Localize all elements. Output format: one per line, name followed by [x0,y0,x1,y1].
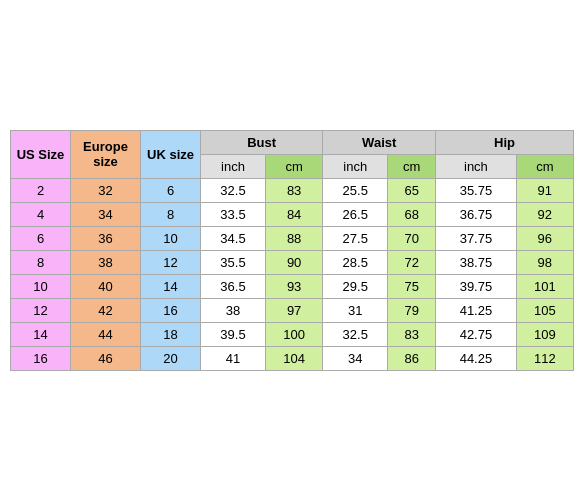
table-cell: 104 [266,346,323,370]
table-cell: 41 [201,346,266,370]
table-cell: 101 [516,274,573,298]
table-cell: 38 [201,298,266,322]
table-cell: 34.5 [201,226,266,250]
table-row: 16462041104348644.25112 [11,346,574,370]
header-bust: Bust [201,130,323,154]
table-cell: 6 [11,226,71,250]
table-cell: 31 [323,298,388,322]
table-cell: 35.75 [436,178,517,202]
table-cell: 86 [388,346,436,370]
table-cell: 10 [11,274,71,298]
table-cell: 70 [388,226,436,250]
table-cell: 68 [388,202,436,226]
table-cell: 27.5 [323,226,388,250]
table-cell: 72 [388,250,436,274]
table-cell: 36.75 [436,202,517,226]
table-cell: 98 [516,250,573,274]
table-row: 1242163897317941.25105 [11,298,574,322]
table-cell: 83 [266,178,323,202]
table-cell: 88 [266,226,323,250]
hip-inch-header: inch [436,154,517,178]
table-cell: 39.5 [201,322,266,346]
table-cell: 14 [11,322,71,346]
table-cell: 65 [388,178,436,202]
table-cell: 14 [141,274,201,298]
table-cell: 12 [141,250,201,274]
table-cell: 84 [266,202,323,226]
table-row: 6361034.58827.57037.7596 [11,226,574,250]
table-cell: 16 [11,346,71,370]
table-cell: 105 [516,298,573,322]
table-cell: 6 [141,178,201,202]
bust-inch-header: inch [201,154,266,178]
table-cell: 16 [141,298,201,322]
header-us: US Size [11,130,71,178]
table-cell: 36.5 [201,274,266,298]
table-row: 8381235.59028.57238.7598 [11,250,574,274]
size-chart: US Size Europe size UK size Bust Waist H… [10,130,574,371]
table-row: 14441839.510032.58342.75109 [11,322,574,346]
table-row: 232632.58325.56535.7591 [11,178,574,202]
table-cell: 8 [141,202,201,226]
waist-inch-header: inch [323,154,388,178]
table-row: 10401436.59329.57539.75101 [11,274,574,298]
table-cell: 29.5 [323,274,388,298]
table-cell: 91 [516,178,573,202]
table-cell: 25.5 [323,178,388,202]
header-hip: Hip [436,130,574,154]
table-cell: 39.75 [436,274,517,298]
table-cell: 10 [141,226,201,250]
table-cell: 34 [71,202,141,226]
table-cell: 46 [71,346,141,370]
table-cell: 97 [266,298,323,322]
table-cell: 42.75 [436,322,517,346]
table-cell: 41.25 [436,298,517,322]
table-cell: 40 [71,274,141,298]
table-cell: 93 [266,274,323,298]
waist-cm-header: cm [388,154,436,178]
table-cell: 90 [266,250,323,274]
table-cell: 96 [516,226,573,250]
table-cell: 44 [71,322,141,346]
table-cell: 112 [516,346,573,370]
table-cell: 100 [266,322,323,346]
table-cell: 26.5 [323,202,388,226]
table-cell: 32.5 [323,322,388,346]
table-cell: 18 [141,322,201,346]
table-cell: 37.75 [436,226,517,250]
table-cell: 20 [141,346,201,370]
header-uk: UK size [141,130,201,178]
header-waist: Waist [323,130,436,154]
table-cell: 75 [388,274,436,298]
table-cell: 4 [11,202,71,226]
hip-cm-header: cm [516,154,573,178]
table-cell: 79 [388,298,436,322]
table-row: 434833.58426.56836.7592 [11,202,574,226]
table-cell: 34 [323,346,388,370]
table-cell: 8 [11,250,71,274]
table-cell: 35.5 [201,250,266,274]
table-cell: 109 [516,322,573,346]
table-cell: 2 [11,178,71,202]
table-cell: 33.5 [201,202,266,226]
table-cell: 32 [71,178,141,202]
table-cell: 44.25 [436,346,517,370]
header-eu: Europe size [71,130,141,178]
table-cell: 32.5 [201,178,266,202]
table-cell: 28.5 [323,250,388,274]
table-cell: 36 [71,226,141,250]
table-cell: 92 [516,202,573,226]
table-cell: 38 [71,250,141,274]
bust-cm-header: cm [266,154,323,178]
table-cell: 38.75 [436,250,517,274]
table-cell: 42 [71,298,141,322]
table-cell: 12 [11,298,71,322]
table-cell: 83 [388,322,436,346]
